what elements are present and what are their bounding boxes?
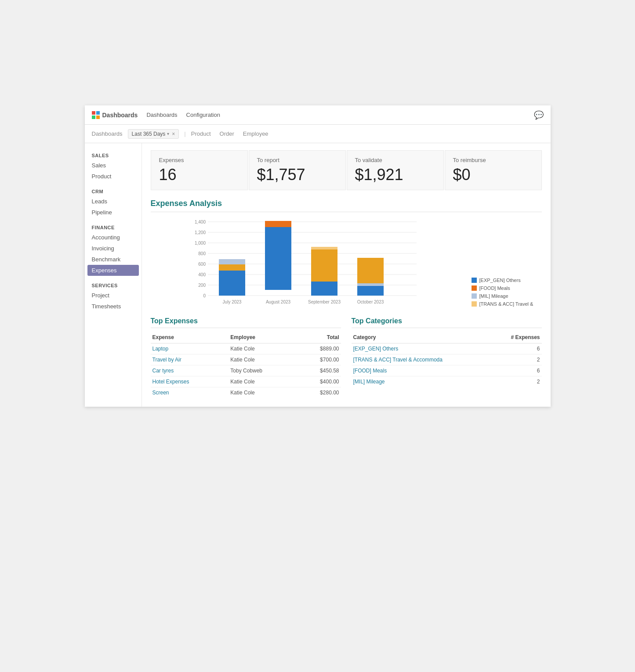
- kpi-label-expenses: Expenses: [159, 157, 239, 163]
- kpi-card-to-reimburse: To reimburse $0: [445, 150, 542, 190]
- sidebar-item-benchmark[interactable]: Benchmark: [85, 254, 142, 265]
- expense-name[interactable]: Car tyres: [151, 365, 229, 376]
- expense-name[interactable]: Laptop: [151, 343, 229, 354]
- sidebar-item-expenses[interactable]: Expenses: [87, 265, 139, 276]
- nav-link-dashboards[interactable]: Dashboards: [146, 112, 177, 118]
- legend-item-food: [FOOD] Meals: [472, 285, 542, 291]
- date-filter-close[interactable]: ×: [172, 131, 175, 137]
- svg-rect-21: [265, 221, 291, 227]
- svg-rect-24: [311, 249, 337, 282]
- sidebar-item-project[interactable]: Project: [85, 290, 142, 301]
- nav-brand: Dashboards: [102, 112, 138, 119]
- category-name[interactable]: [EXP_GEN] Others: [352, 343, 493, 354]
- expense-name[interactable]: Travel by Air: [151, 354, 229, 365]
- category-name[interactable]: [TRANS & ACC] Travel & Accommoda: [352, 354, 493, 365]
- svg-text:September 2023: September 2023: [308, 300, 341, 304]
- th-expense: Expense: [151, 332, 229, 343]
- filter-divider: |: [184, 130, 185, 137]
- logo-cell-3: [92, 116, 95, 119]
- category-name[interactable]: [FOOD] Meals: [352, 365, 493, 376]
- filter-option-employee[interactable]: Employee: [243, 130, 269, 137]
- date-filter-label: Last 365 Days: [132, 131, 166, 137]
- category-count: 6: [492, 343, 541, 354]
- sidebar-item-product[interactable]: Product: [85, 171, 142, 182]
- main-content: Expenses 16 To report $1,757 To validate…: [142, 143, 551, 407]
- nav-logo: Dashboards: [92, 111, 138, 119]
- sidebar-item-pipeline[interactable]: Pipeline: [85, 207, 142, 218]
- th-category: Category: [352, 332, 493, 343]
- svg-rect-25: [311, 247, 337, 249]
- top-categories-section: Top Categories Category # Expenses [EXP_…: [352, 317, 542, 398]
- dropdown-arrow-icon: ▾: [167, 131, 169, 136]
- legend-color-trans: [472, 301, 477, 307]
- expense-employee: Katie Cole: [229, 354, 297, 365]
- nav-links: Dashboards Configuration: [146, 112, 220, 118]
- chat-icon[interactable]: 💬: [534, 110, 544, 120]
- svg-rect-16: [219, 271, 245, 296]
- chart-area: 1,400 1,200 1,000 800 600 400 200 0: [151, 217, 463, 307]
- category-count: 2: [492, 376, 541, 387]
- svg-text:October 2023: October 2023: [357, 300, 384, 304]
- category-name[interactable]: [MIL] Mileage: [352, 376, 493, 387]
- expense-employee: Katie Cole: [229, 387, 297, 398]
- chart-legend: [EXP_GEN] Others [FOOD] Meals [MIL] Mile…: [472, 273, 542, 307]
- filter-option-order[interactable]: Order: [220, 130, 234, 137]
- svg-text:1,400: 1,400: [194, 220, 205, 224]
- top-expense-row: Travel by Air Katie Cole $700.00: [151, 354, 341, 365]
- nav-link-configuration[interactable]: Configuration: [186, 112, 220, 118]
- top-expense-row: Hotel Expenses Katie Cole $400.00: [151, 376, 341, 387]
- legend-label-exp-gen: [EXP_GEN] Others: [479, 278, 521, 283]
- sidebar-item-leads[interactable]: Leads: [85, 196, 142, 207]
- legend-color-mil: [472, 293, 477, 299]
- legend-item-trans: [TRANS & ACC] Travel &: [472, 301, 542, 307]
- th-count: # Expenses: [492, 332, 541, 343]
- svg-text:800: 800: [198, 251, 206, 256]
- svg-rect-28: [357, 283, 384, 286]
- top-category-row: [MIL] Mileage 2: [352, 376, 542, 387]
- expense-name[interactable]: Screen: [151, 387, 229, 398]
- svg-rect-27: [357, 286, 384, 296]
- sidebar-item-invoicing[interactable]: Invoicing: [85, 243, 142, 254]
- legend-label-mil: [MIL] Mileage: [479, 293, 508, 299]
- svg-text:200: 200: [198, 283, 206, 288]
- sidebar-item-accounting[interactable]: Accounting: [85, 232, 142, 243]
- expense-name[interactable]: Hotel Expenses: [151, 376, 229, 387]
- top-expense-row: Laptop Katie Cole $889.00: [151, 343, 341, 354]
- sidebar-item-timesheets[interactable]: Timesheets: [85, 301, 142, 312]
- top-category-row: [TRANS & ACC] Travel & Accommoda 2: [352, 354, 542, 365]
- svg-text:1,200: 1,200: [194, 230, 205, 235]
- chart-container: 1,400 1,200 1,000 800 600 400 200 0: [151, 217, 542, 307]
- logo-grid: [92, 111, 100, 119]
- expense-total: $889.00: [297, 343, 341, 354]
- date-filter-tag[interactable]: Last 365 Days ▾ ×: [128, 129, 179, 139]
- content-area: SALES Sales Product CRM Leads Pipeline F…: [85, 143, 551, 407]
- expense-employee: Katie Cole: [229, 343, 297, 354]
- svg-rect-18: [219, 259, 245, 264]
- top-categories-table: Category # Expenses [EXP_GEN] Others 6 […: [352, 332, 542, 387]
- top-nav: Dashboards Dashboards Configuration 💬: [85, 105, 551, 125]
- top-expenses-table: Expense Employee Total Laptop Katie Cole…: [151, 332, 341, 398]
- expense-total: $280.00: [297, 387, 341, 398]
- svg-text:August 2023: August 2023: [265, 300, 290, 304]
- sidebar-section-services: SERVICES: [85, 280, 142, 290]
- svg-text:400: 400: [198, 272, 206, 277]
- legend-color-food: [472, 285, 477, 291]
- sidebar-item-sales[interactable]: Sales: [85, 160, 142, 171]
- kpi-value-to-reimburse: $0: [453, 166, 533, 184]
- app-wrapper: Dashboards Dashboards Configuration 💬 Da…: [0, 0, 635, 672]
- filter-options: Product Order Employee: [191, 130, 269, 137]
- svg-rect-17: [219, 264, 245, 271]
- kpi-label-to-report: To report: [257, 157, 337, 163]
- sidebar-section-finance: FINANCE: [85, 222, 142, 232]
- svg-rect-23: [311, 282, 337, 296]
- th-total: Total: [297, 332, 341, 343]
- filter-option-product[interactable]: Product: [191, 130, 211, 137]
- svg-rect-20: [265, 227, 291, 290]
- top-expenses-title: Top Expenses: [151, 317, 341, 328]
- logo-cell-4: [96, 116, 100, 119]
- expense-employee: Katie Cole: [229, 376, 297, 387]
- expense-employee: Toby Cobweb: [229, 365, 297, 376]
- chart-section: Expenses Analysis 1,400 1,200 1,000 800 …: [151, 199, 542, 307]
- legend-item-exp-gen: [EXP_GEN] Others: [472, 278, 542, 283]
- category-count: 6: [492, 365, 541, 376]
